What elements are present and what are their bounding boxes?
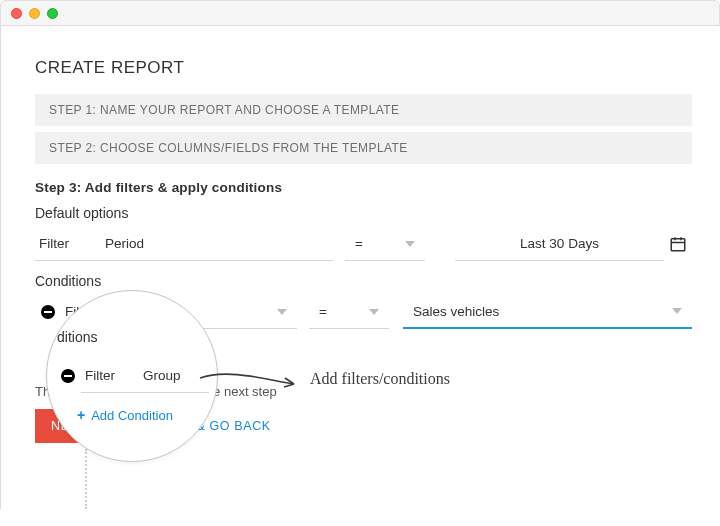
chevron-down-icon: [405, 241, 415, 247]
add-condition-button[interactable]: + Add Condition: [77, 407, 173, 423]
lens-conditions-label: ditions: [57, 329, 97, 345]
remove-condition-button[interactable]: [35, 295, 61, 329]
chevron-down-icon: [369, 309, 379, 315]
lens-condition-row: Filter Group: [55, 359, 209, 393]
svg-rect-0: [671, 239, 685, 251]
minus-circle-icon: [61, 369, 75, 383]
default-filter-row: Filter Period = Last 30 Days: [35, 227, 692, 261]
period-field: Period: [95, 227, 333, 261]
value-select[interactable]: Sales vehicles: [403, 295, 692, 329]
chevron-down-icon: [672, 308, 682, 314]
calendar-button[interactable]: [664, 227, 692, 261]
window-titlebar: [0, 0, 720, 26]
default-options-label: Default options: [35, 205, 692, 221]
step-3-header: Step 3: Add filters & apply conditions: [35, 180, 692, 195]
close-icon[interactable]: [11, 8, 22, 19]
maximize-icon[interactable]: [47, 8, 58, 19]
group-select[interactable]: Group: [133, 359, 209, 393]
page-title: CREATE REPORT: [35, 58, 692, 78]
progress-connector: [85, 449, 87, 509]
zoom-lens-callout: ditions Filter Group + Add Condition: [46, 290, 218, 462]
operator-select[interactable]: =: [309, 295, 389, 329]
operator-select[interactable]: =: [345, 227, 425, 261]
minimize-icon[interactable]: [29, 8, 40, 19]
annotation-text: Add filters/conditions: [310, 370, 450, 388]
value-display: Last 30 Days: [455, 227, 664, 261]
step-2-header[interactable]: STEP 2: CHOOSE COLUMNS/FIELDS FROM THE T…: [35, 132, 692, 164]
filter-label: Filter: [81, 359, 133, 393]
filter-label: Filter: [35, 227, 95, 261]
minus-circle-icon: [41, 305, 55, 319]
step-1-header[interactable]: STEP 1: NAME YOUR REPORT AND CHOOSE A TE…: [35, 94, 692, 126]
calendar-icon: [669, 235, 687, 253]
chevron-down-icon: [277, 309, 287, 315]
plus-icon: +: [77, 407, 85, 423]
conditions-label: Conditions: [35, 273, 692, 289]
remove-condition-button[interactable]: [55, 359, 81, 393]
